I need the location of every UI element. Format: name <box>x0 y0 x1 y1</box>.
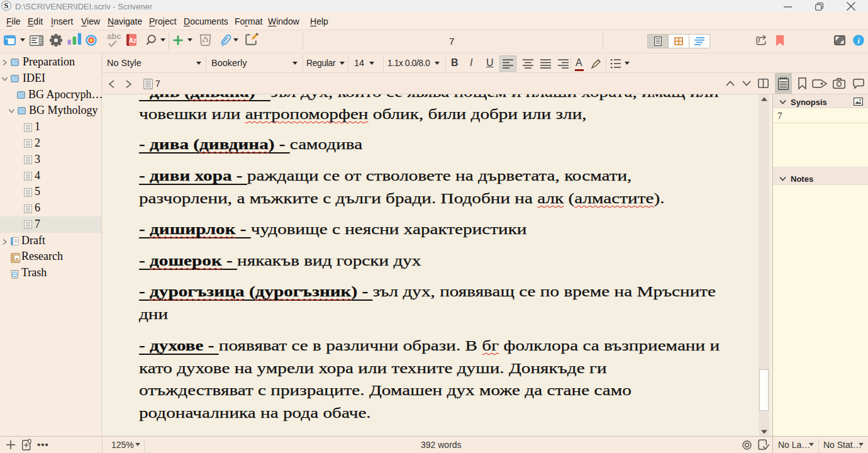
svg-text:S: S <box>4 1 9 10</box>
svg-text:Az: Az <box>129 37 136 44</box>
svg-text:i: i <box>857 35 860 45</box>
